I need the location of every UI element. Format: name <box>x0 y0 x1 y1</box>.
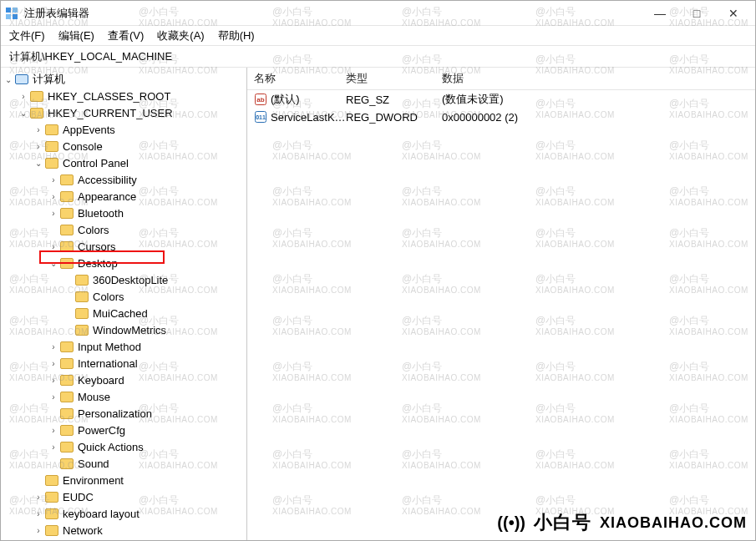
value-type: REG_SZ <box>346 94 442 106</box>
chevron-right-icon[interactable]: › <box>33 491 44 503</box>
tree-node-hkcr[interactable]: › HKEY_CLASSES_ROOT <box>18 88 246 104</box>
tree-node[interactable]: MuiCached <box>63 305 246 321</box>
maximize-button[interactable]: □ <box>678 2 715 25</box>
tree-node-appevents[interactable]: ›AppEvents <box>33 121 246 138</box>
chevron-right-icon[interactable]: › <box>33 124 44 135</box>
tree-node-controlpanel[interactable]: ⌄Control Panel <box>33 154 246 171</box>
svg-rect-3 <box>13 14 18 19</box>
tree-node[interactable]: Environment <box>33 472 246 488</box>
folder-icon <box>60 258 74 269</box>
chevron-right-icon[interactable]: › <box>48 240 59 252</box>
tree-label: HKEY_CLASSES_ROOT <box>48 90 170 103</box>
menu-help[interactable]: 帮助(H) <box>218 28 255 43</box>
tree-node[interactable]: ›Network <box>33 522 246 538</box>
chevron-down-icon[interactable]: ⌄ <box>3 73 14 85</box>
col-header-type[interactable]: 类型 <box>346 71 442 86</box>
tree-node[interactable]: Colors <box>48 221 246 238</box>
folder-icon <box>60 358 74 369</box>
close-button[interactable]: ✕ <box>715 2 752 25</box>
content-area: ⌄ 计算机 › HKEY_CLASSES_ROOT <box>1 68 755 540</box>
menu-view[interactable]: 查看(V) <box>108 28 144 43</box>
tree-node[interactable]: ›Keyboard <box>48 372 246 388</box>
tree-node[interactable]: WindowMetrics <box>63 321 246 338</box>
tree-node[interactable]: Personalization <box>48 405 246 422</box>
chevron-right-icon[interactable]: › <box>48 341 59 352</box>
menu-favorites[interactable]: 收藏夹(A) <box>157 28 204 43</box>
folder-icon <box>45 158 58 169</box>
chevron-right-icon[interactable]: › <box>48 391 59 402</box>
tree-label: Control Panel <box>63 157 129 169</box>
folder-icon <box>75 291 89 302</box>
column-headers[interactable]: 名称 类型 数据 <box>247 68 755 90</box>
tree-node[interactable]: ›EUDC <box>33 488 246 505</box>
minimize-button[interactable]: — <box>642 2 678 25</box>
tree-node[interactable]: ›Input Method <box>48 338 246 355</box>
tree-label: MuiCached <box>93 307 148 320</box>
folder-icon <box>30 108 43 119</box>
tree-node-computer[interactable]: ⌄ 计算机 <box>3 71 246 88</box>
tree-label: Accessibility <box>78 174 137 186</box>
chevron-down-icon[interactable]: ⌄ <box>33 157 44 169</box>
tree-label: Appearance <box>78 190 136 203</box>
menu-edit[interactable]: 编辑(E) <box>58 28 94 43</box>
folder-icon <box>45 525 58 536</box>
tree-node[interactable]: ›Mouse <box>48 388 246 405</box>
chevron-right-icon[interactable]: › <box>33 524 44 536</box>
value-data: (数值未设置) <box>442 92 755 107</box>
tree-node[interactable]: ›PowerCfg <box>48 422 246 438</box>
tree-label: Network <box>63 524 103 537</box>
titlebar: 注册表编辑器 — □ ✕ <box>1 1 755 26</box>
tree-node[interactable]: Sound <box>48 455 246 472</box>
chevron-right-icon[interactable]: › <box>33 508 44 519</box>
value-list[interactable]: ab (默认) REG_SZ (数值未设置) 011 ServiceLastKn… <box>247 90 755 540</box>
tree-pane[interactable]: ⌄ 计算机 › HKEY_CLASSES_ROOT <box>1 68 247 540</box>
tree-node-desktop[interactable]: ⌄Desktop <box>48 255 246 271</box>
folder-icon <box>60 191 74 202</box>
chevron-right-icon[interactable]: › <box>48 207 59 219</box>
chevron-right-icon[interactable]: › <box>48 424 59 436</box>
tree-node[interactable]: ›Bluetooth <box>48 205 246 221</box>
address-bar[interactable]: 计算机\HKEY_LOCAL_MACHINE <box>1 46 755 68</box>
folder-icon <box>45 475 58 486</box>
tree-label: Colors <box>93 291 124 303</box>
table-row[interactable]: 011 ServiceLastKno... REG_DWORD 0x000000… <box>247 109 755 125</box>
chevron-right-icon[interactable]: › <box>33 140 44 152</box>
chevron-right-icon[interactable]: › <box>48 174 59 185</box>
chevron-right-icon[interactable]: › <box>48 357 59 369</box>
tree-label: Cursors <box>78 240 116 253</box>
tree-node[interactable]: ›International <box>48 355 246 372</box>
tree-node[interactable]: ›Accessibility <box>48 171 246 188</box>
col-header-name[interactable]: 名称 <box>254 71 346 86</box>
tree-node[interactable]: ›Appearance <box>48 188 246 205</box>
tree-label: Console <box>63 140 103 153</box>
tree-node[interactable]: ›Printers <box>33 538 246 540</box>
tree-label: Quick Actions <box>78 441 144 453</box>
tree-label: Keyboard <box>78 374 124 387</box>
folder-icon <box>45 141 58 152</box>
value-data: 0x00000002 (2) <box>442 111 755 124</box>
col-header-data[interactable]: 数据 <box>442 71 755 86</box>
table-row[interactable]: ab (默认) REG_SZ (数值未设置) <box>247 90 755 109</box>
chevron-down-icon[interactable]: ⌄ <box>18 107 29 119</box>
brand-cn: 小白号 <box>534 510 591 535</box>
tree-node[interactable]: ›keyboard layout <box>33 505 246 522</box>
svg-rect-2 <box>6 14 11 19</box>
chevron-right-icon[interactable]: › <box>18 90 29 102</box>
tree-node[interactable]: 360DesktopLite <box>63 271 246 288</box>
svg-rect-0 <box>6 8 11 13</box>
tree-node-hkcu[interactable]: ⌄ HKEY_CURRENT_USER <box>18 104 246 121</box>
chevron-right-icon[interactable]: › <box>48 190 59 202</box>
chevron-right-icon[interactable]: › <box>48 374 59 386</box>
tree-node[interactable]: ›Quick Actions <box>48 438 246 455</box>
tree-label: 360DesktopLite <box>93 274 168 286</box>
folder-icon <box>60 425 74 436</box>
chevron-right-icon[interactable]: › <box>48 441 59 453</box>
chevron-down-icon[interactable]: ⌄ <box>48 257 59 269</box>
tree-node-console[interactable]: ›Console <box>33 138 246 154</box>
svg-rect-1 <box>13 8 18 13</box>
tree-node[interactable]: Colors <box>63 288 246 305</box>
broadcast-icon: ((•)) <box>497 513 525 533</box>
menu-file[interactable]: 文件(F) <box>9 28 45 43</box>
tree-node[interactable]: ›Cursors <box>48 238 246 255</box>
value-name: (默认) <box>271 92 346 107</box>
